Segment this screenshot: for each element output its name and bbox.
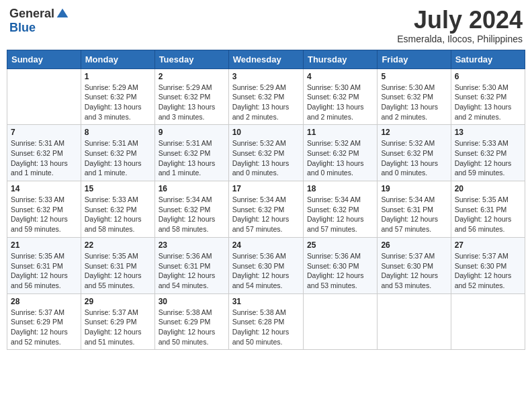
day-info: Sunrise: 5:35 AMSunset: 6:31 PMDaylight:… [85,251,151,291]
calendar-week-row: 1Sunrise: 5:29 AMSunset: 6:32 PMDaylight… [7,68,525,125]
day-number: 30 [159,297,225,306]
day-info: Sunrise: 5:30 AMSunset: 6:32 PMDaylight:… [307,83,373,122]
day-number: 7 [11,128,77,137]
day-number: 3 [232,72,300,81]
logo-blue-text: Blue [9,21,36,34]
day-info: Sunrise: 5:31 AMSunset: 6:32 PMDaylight:… [159,138,225,178]
day-info: Sunrise: 5:34 AMSunset: 6:32 PMDaylight:… [159,195,225,234]
calendar-cell: 15Sunrise: 5:33 AMSunset: 6:32 PMDayligh… [81,181,154,238]
day-number: 19 [381,184,447,193]
day-info: Sunrise: 5:33 AMSunset: 6:32 PMDaylight:… [11,195,77,234]
title-section: July 2024 Esmeralda, Ilocos, Philippines [397,7,523,44]
day-info: Sunrise: 5:34 AMSunset: 6:32 PMDaylight:… [307,195,373,234]
day-number: 16 [159,184,225,193]
calendar-cell: 20Sunrise: 5:35 AMSunset: 6:31 PMDayligh… [451,181,525,238]
weekday-header: Wednesday [228,50,303,68]
day-info: Sunrise: 5:31 AMSunset: 6:32 PMDaylight:… [85,138,151,178]
logo-icon [56,7,69,21]
calendar-cell: 5Sunrise: 5:30 AMSunset: 6:32 PMDaylight… [378,68,451,125]
day-number: 22 [85,240,151,250]
day-info: Sunrise: 5:37 AMSunset: 6:29 PMDaylight:… [85,308,151,347]
day-info: Sunrise: 5:32 AMSunset: 6:32 PMDaylight:… [307,138,373,178]
day-info: Sunrise: 5:33 AMSunset: 6:32 PMDaylight:… [85,195,151,234]
day-number: 5 [381,72,447,81]
calendar-cell: 16Sunrise: 5:34 AMSunset: 6:32 PMDayligh… [154,181,228,238]
day-number: 28 [11,297,77,306]
calendar-cell: 9Sunrise: 5:31 AMSunset: 6:32 PMDaylight… [154,125,228,181]
logo-general-text: General [9,7,54,21]
day-number: 29 [85,297,151,306]
page-header: General Blue July 2024 Esmeralda, Ilocos… [7,7,525,44]
calendar-cell: 18Sunrise: 5:34 AMSunset: 6:32 PMDayligh… [303,181,377,238]
day-number: 14 [11,184,77,193]
day-number: 15 [85,184,151,193]
day-number: 6 [455,72,521,81]
calendar-cell: 7Sunrise: 5:31 AMSunset: 6:32 PMDaylight… [7,125,81,181]
calendar-cell: 31Sunrise: 5:38 AMSunset: 6:28 PMDayligh… [228,293,303,350]
location-text: Esmeralda, Ilocos, Philippines [397,34,523,44]
calendar-cell: 10Sunrise: 5:32 AMSunset: 6:32 PMDayligh… [228,125,303,181]
calendar-cell: 22Sunrise: 5:35 AMSunset: 6:31 PMDayligh… [81,237,154,293]
day-info: Sunrise: 5:36 AMSunset: 6:31 PMDaylight:… [159,251,225,291]
day-info: Sunrise: 5:30 AMSunset: 6:32 PMDaylight:… [455,83,521,122]
day-info: Sunrise: 5:37 AMSunset: 6:30 PMDaylight:… [381,251,447,291]
calendar-cell: 4Sunrise: 5:30 AMSunset: 6:32 PMDaylight… [303,68,377,125]
calendar-week-row: 21Sunrise: 5:35 AMSunset: 6:31 PMDayligh… [7,237,525,293]
day-number: 13 [455,128,521,137]
day-info: Sunrise: 5:32 AMSunset: 6:32 PMDaylight:… [381,138,447,178]
calendar-cell: 14Sunrise: 5:33 AMSunset: 6:32 PMDayligh… [7,181,81,238]
day-info: Sunrise: 5:29 AMSunset: 6:32 PMDaylight:… [85,83,151,122]
day-number: 11 [307,128,373,137]
day-number: 26 [381,240,447,250]
calendar-cell: 24Sunrise: 5:36 AMSunset: 6:30 PMDayligh… [228,237,303,293]
day-info: Sunrise: 5:37 AMSunset: 6:29 PMDaylight:… [11,308,77,347]
weekday-header: Thursday [303,50,377,68]
calendar-cell: 6Sunrise: 5:30 AMSunset: 6:32 PMDaylight… [451,68,525,125]
day-number: 4 [307,72,373,81]
calendar-cell: 13Sunrise: 5:33 AMSunset: 6:32 PMDayligh… [451,125,525,181]
day-info: Sunrise: 5:29 AMSunset: 6:32 PMDaylight:… [159,83,225,122]
day-info: Sunrise: 5:38 AMSunset: 6:28 PMDaylight:… [232,308,300,347]
day-info: Sunrise: 5:38 AMSunset: 6:29 PMDaylight:… [159,308,225,347]
day-number: 9 [159,128,225,137]
day-info: Sunrise: 5:32 AMSunset: 6:32 PMDaylight:… [232,138,300,178]
calendar-week-row: 7Sunrise: 5:31 AMSunset: 6:32 PMDaylight… [7,125,525,181]
day-info: Sunrise: 5:35 AMSunset: 6:31 PMDaylight:… [11,251,77,291]
day-number: 2 [159,72,225,81]
day-info: Sunrise: 5:36 AMSunset: 6:30 PMDaylight:… [307,251,373,291]
month-year-title: July 2024 [397,7,523,34]
calendar-cell: 30Sunrise: 5:38 AMSunset: 6:29 PMDayligh… [154,293,228,350]
calendar-cell: 2Sunrise: 5:29 AMSunset: 6:32 PMDaylight… [154,68,228,125]
calendar-cell: 29Sunrise: 5:37 AMSunset: 6:29 PMDayligh… [81,293,154,350]
day-info: Sunrise: 5:36 AMSunset: 6:30 PMDaylight:… [232,251,300,291]
calendar-cell [303,293,377,350]
day-info: Sunrise: 5:30 AMSunset: 6:32 PMDaylight:… [381,83,447,122]
logo: General Blue [9,7,69,35]
weekday-header: Friday [378,50,451,68]
day-info: Sunrise: 5:37 AMSunset: 6:30 PMDaylight:… [455,251,521,291]
day-info: Sunrise: 5:34 AMSunset: 6:32 PMDaylight:… [232,195,300,234]
day-number: 27 [455,240,521,250]
calendar-week-row: 28Sunrise: 5:37 AMSunset: 6:29 PMDayligh… [7,293,525,350]
day-number: 10 [232,128,300,137]
day-number: 17 [232,184,300,193]
weekday-header: Monday [81,50,154,68]
calendar-cell: 19Sunrise: 5:34 AMSunset: 6:31 PMDayligh… [378,181,451,238]
svg-marker-0 [57,8,69,17]
day-info: Sunrise: 5:34 AMSunset: 6:31 PMDaylight:… [381,195,447,234]
day-number: 24 [232,240,300,250]
calendar-cell [7,68,81,125]
calendar-cell: 25Sunrise: 5:36 AMSunset: 6:30 PMDayligh… [303,237,377,293]
day-info: Sunrise: 5:35 AMSunset: 6:31 PMDaylight:… [455,195,521,234]
day-number: 21 [11,240,77,250]
day-number: 18 [307,184,373,193]
day-number: 25 [307,240,373,250]
calendar-cell: 17Sunrise: 5:34 AMSunset: 6:32 PMDayligh… [228,181,303,238]
calendar-week-row: 14Sunrise: 5:33 AMSunset: 6:32 PMDayligh… [7,181,525,238]
calendar-cell: 27Sunrise: 5:37 AMSunset: 6:30 PMDayligh… [451,237,525,293]
calendar-cell: 21Sunrise: 5:35 AMSunset: 6:31 PMDayligh… [7,237,81,293]
calendar-cell: 1Sunrise: 5:29 AMSunset: 6:32 PMDaylight… [81,68,154,125]
day-info: Sunrise: 5:33 AMSunset: 6:32 PMDaylight:… [455,138,521,178]
weekday-header: Saturday [451,50,525,68]
day-number: 31 [232,297,300,306]
